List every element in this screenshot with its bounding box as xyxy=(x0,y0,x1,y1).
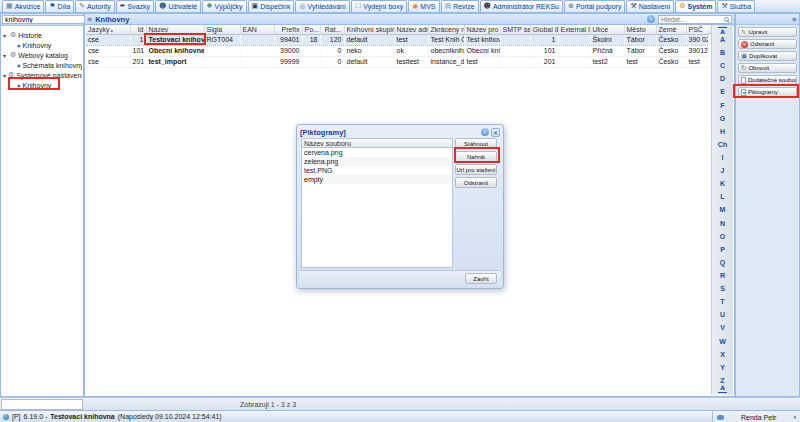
column-header[interactable]: External ID xyxy=(558,25,590,34)
table-row[interactable]: cse 101 Obecní knihovna 39000 0 neko ok … xyxy=(86,45,708,56)
menu-tab[interactable]: ☻ Administrátor REKSu xyxy=(480,0,563,12)
scroll-to-top-icon[interactable]: A xyxy=(718,27,727,36)
menu-tab[interactable]: ⊕ Portál podpory xyxy=(564,0,625,12)
menu-tab[interactable]: ⚒ Služba xyxy=(717,0,755,12)
alphabet-letter[interactable]: E xyxy=(720,88,725,95)
alphabet-letter[interactable]: M xyxy=(720,206,726,213)
table-row[interactable]: cse 1 Testovací knihovna RGT004 99401 18… xyxy=(86,34,708,45)
alphabet-letter[interactable]: U xyxy=(720,311,725,318)
menu-tab-icon: ⚒ xyxy=(721,3,727,10)
column-header[interactable]: PSČ xyxy=(686,25,708,34)
refresh-button[interactable]: ↻ Obnovit xyxy=(738,63,797,73)
alphabet-letter[interactable]: J xyxy=(721,167,725,174)
alphabet-letter[interactable]: G xyxy=(720,115,725,122)
alphabet-letter[interactable]: F xyxy=(720,102,724,109)
expand-icon[interactable]: ▾ xyxy=(3,72,6,79)
alphabet-letter[interactable]: W xyxy=(719,338,726,345)
alphabet-letter[interactable]: Z xyxy=(720,377,724,384)
column-header[interactable]: Země xyxy=(656,25,686,34)
download-button[interactable]: Stáhnout xyxy=(455,138,497,149)
file-list-item[interactable]: zelena.png xyxy=(302,157,452,166)
alphabet-letter[interactable]: X xyxy=(720,351,725,358)
alphabet-letter[interactable]: H xyxy=(720,128,725,135)
alphabet-letter[interactable]: Y xyxy=(720,364,725,371)
collapse-right-icon[interactable]: » xyxy=(792,15,797,24)
menu-tab[interactable]: ⚑ Díla xyxy=(45,0,74,12)
alphabet-letter[interactable]: Q xyxy=(720,259,725,266)
column-header[interactable]: Město xyxy=(624,25,656,34)
file-list-item[interactable]: test.PNG xyxy=(302,166,452,175)
alphabet-letter[interactable]: T xyxy=(720,298,724,305)
column-header[interactable]: Název adresáře xyxy=(394,25,428,34)
tree-group-systemove-nastaveni[interactable]: ▾ ⚙ Systémové nastavení xyxy=(3,70,82,80)
user-menu[interactable]: Renda Petr ▾ xyxy=(712,411,800,422)
alphabet-letter[interactable]: D xyxy=(720,75,725,82)
alphabet-letter[interactable]: V xyxy=(720,324,725,331)
alphabet-letter[interactable]: C xyxy=(720,62,725,69)
column-header[interactable]: Prefix xyxy=(274,25,302,34)
alphabet-letter[interactable]: S xyxy=(720,285,725,292)
menu-tab[interactable]: ✎ Autority xyxy=(75,0,115,12)
alphabet-letter[interactable]: L xyxy=(720,193,724,200)
column-header[interactable]: EAN xyxy=(240,25,274,34)
column-header[interactable]: SMTP server xyxy=(500,25,530,34)
menu-tab[interactable]: ◎ Vyhledávání xyxy=(295,0,349,12)
column-header[interactable]: Global ID xyxy=(530,25,558,34)
close-button[interactable]: Zavřít xyxy=(465,273,497,284)
menu-tab[interactable]: ▦ Akvizice xyxy=(2,0,44,12)
menu-tab[interactable]: ⚙ Systém xyxy=(675,0,716,12)
menu-tab[interactable]: ☻ Uživatelé xyxy=(155,0,201,12)
alphabet-letter[interactable]: R xyxy=(720,272,725,279)
alphabet-letter[interactable]: K xyxy=(720,180,725,187)
column-header[interactable]: Knihovní skupina xyxy=(344,25,394,34)
column-header[interactable]: Název xyxy=(146,25,204,34)
menu-tab[interactable]: ▣ Dispečink xyxy=(248,0,295,12)
menu-tab[interactable]: ▤ Revize xyxy=(441,0,479,12)
menu-tab[interactable]: ✒ Svazky xyxy=(116,0,154,12)
alphabet-letter[interactable]: Ch xyxy=(718,141,727,148)
remove-file-button[interactable]: Odstranit xyxy=(455,177,497,188)
column-header[interactable]: Po... xyxy=(302,25,320,34)
alphabet-letter[interactable]: B xyxy=(720,49,725,56)
file-list-item[interactable]: cervena.png xyxy=(302,148,452,157)
edit-button[interactable]: ✎ Upravit xyxy=(738,27,797,37)
tree-item-schemata-knihovny[interactable]: ● Schémata knihovny xyxy=(3,60,82,70)
upload-button[interactable]: Nahrát xyxy=(455,151,497,162)
column-header[interactable]: Rat... xyxy=(320,25,344,34)
url-download-button[interactable]: Url pro stažení xyxy=(455,164,497,175)
dialog-info-icon[interactable]: i xyxy=(481,128,489,136)
pictograms-button[interactable]: Piktogramy xyxy=(738,87,797,97)
duplicate-button[interactable]: ▣ Duplikovat xyxy=(738,51,797,61)
table-row[interactable]: cse 201 test_import 99999 0 default test… xyxy=(86,56,708,67)
alphabet-letter[interactable]: P xyxy=(720,246,725,253)
alphabet-letter[interactable]: I xyxy=(722,154,724,161)
menu-tab[interactable]: ☐ Výdejní boxy xyxy=(351,0,407,12)
expand-icon[interactable]: ▾ xyxy=(3,32,8,39)
collapse-left-icon[interactable]: « xyxy=(87,15,92,24)
tree-item-knihovny-historie[interactable]: ● Knihovny xyxy=(3,40,82,50)
column-header[interactable]: Id xyxy=(130,25,146,34)
menu-tab[interactable]: ⚒ Nastavení xyxy=(626,0,674,12)
column-header[interactable]: Jazyky xyxy=(86,25,130,34)
search-icon[interactable] xyxy=(724,17,729,22)
menu-tab[interactable]: ◉ MVS xyxy=(408,0,439,12)
column-header[interactable]: Zkrácený n... xyxy=(428,25,464,34)
column-header[interactable]: Ulice xyxy=(590,25,624,34)
dialog-close-icon[interactable]: ✕ xyxy=(491,128,500,137)
column-header[interactable]: Sigla xyxy=(204,25,240,34)
delete-button[interactable]: × Odstranit xyxy=(738,39,797,49)
alphabet-letter[interactable]: A xyxy=(720,36,725,43)
extra-files-button[interactable]: Dodatečné soubory xyxy=(738,75,797,85)
alphabet-letter[interactable]: O xyxy=(720,233,725,240)
search-input[interactable] xyxy=(661,16,722,23)
tree-group-webovy-katalog[interactable]: ▾ ⚙ Webový katalog xyxy=(3,50,82,60)
column-header[interactable]: Název pro čte... xyxy=(464,25,500,34)
menu-tab[interactable]: ❖ Výpůjčky xyxy=(202,0,246,12)
expand-icon[interactable]: ▾ xyxy=(3,52,8,59)
tree-item-knihovny-systemove[interactable]: ● Knihovny xyxy=(3,80,82,90)
scroll-to-bottom-icon[interactable]: A xyxy=(718,384,727,393)
file-list-item[interactable]: empty xyxy=(302,175,452,184)
alphabet-letter[interactable]: N xyxy=(720,220,725,227)
tree-group-historie[interactable]: ▾ ⚙ Historie xyxy=(3,30,82,40)
info-icon[interactable]: i xyxy=(647,15,655,23)
